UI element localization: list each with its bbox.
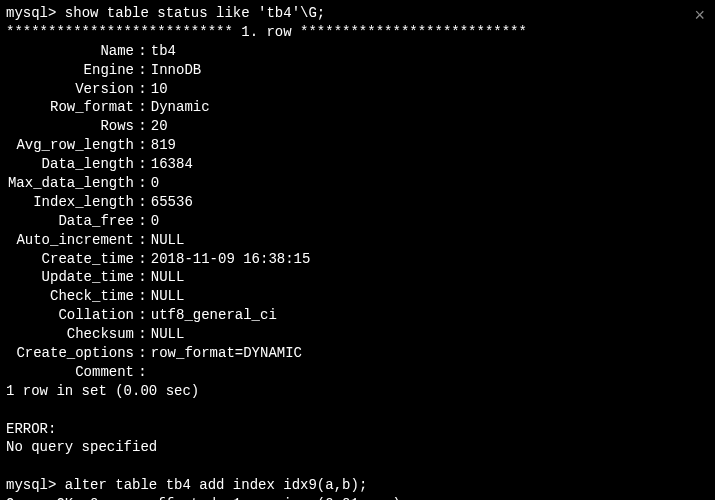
field-value: NULL [151,287,185,306]
field-key: Row_format [6,98,134,117]
field-value: utf8_general_ci [151,306,277,325]
field-row: Version:10 [6,80,709,99]
field-value: NULL [151,268,185,287]
field-row: Checksum:NULL [6,325,709,344]
field-row: Collation:utf8_general_ci [6,306,709,325]
field-value: tb4 [151,42,176,61]
prompt-text: mysql> [6,5,56,21]
field-separator: : [134,193,151,212]
field-value: NULL [151,231,185,250]
field-row: Name:tb4 [6,42,709,61]
field-key: Update_time [6,268,134,287]
blank-line [6,457,709,476]
field-separator: : [134,268,151,287]
error-message: No query specified [6,438,709,457]
error-label: ERROR: [6,420,709,439]
field-separator: : [134,212,151,231]
field-key: Name [6,42,134,61]
field-value: 2018-11-09 16:38:15 [151,250,311,269]
field-separator: : [134,42,151,61]
field-key: Rows [6,117,134,136]
field-row: Auto_increment:NULL [6,231,709,250]
field-row: Data_free:0 [6,212,709,231]
command-text: show table status like 'tb4'\G; [65,5,325,21]
table-status-fields: Name:tb4Engine:InnoDBVersion:10Row_forma… [6,42,709,382]
summary-line-1: 1 row in set (0.00 sec) [6,382,709,401]
field-value: 819 [151,136,176,155]
field-separator: : [134,344,151,363]
result-line-2a: Query OK, 0 rows affected, 1 warning (0.… [6,495,709,500]
field-value: row_format=DYNAMIC [151,344,302,363]
field-value: InnoDB [151,61,201,80]
field-row: Avg_row_length:819 [6,136,709,155]
field-separator: : [134,80,151,99]
field-key: Data_free [6,212,134,231]
field-separator: : [134,174,151,193]
field-key: Index_length [6,193,134,212]
field-row: Row_format:Dynamic [6,98,709,117]
field-key: Avg_row_length [6,136,134,155]
field-row: Max_data_length:0 [6,174,709,193]
field-value: 20 [151,117,168,136]
field-row: Check_time:NULL [6,287,709,306]
field-separator: : [134,98,151,117]
field-key: Collation [6,306,134,325]
field-row: Rows:20 [6,117,709,136]
field-key: Max_data_length [6,174,134,193]
field-key: Data_length [6,155,134,174]
field-value: 0 [151,212,159,231]
field-key: Create_options [6,344,134,363]
field-key: Engine [6,61,134,80]
field-key: Create_time [6,250,134,269]
banner-right: *************************** [300,24,527,40]
field-value: NULL [151,325,185,344]
field-key: Comment [6,363,134,382]
field-key: Check_time [6,287,134,306]
blank-line [6,401,709,420]
field-separator: : [134,136,151,155]
command-line-2: mysql> alter table tb4 add index idx9(a,… [6,476,709,495]
command-text: alter table tb4 add index idx9(a,b); [65,477,367,493]
field-value: 10 [151,80,168,99]
field-row: Index_length:65536 [6,193,709,212]
field-separator: : [134,306,151,325]
command-line-1: mysql> show table status like 'tb4'\G; [6,4,709,23]
field-separator: : [134,287,151,306]
field-row: Create_time:2018-11-09 16:38:15 [6,250,709,269]
field-separator: : [134,231,151,250]
field-separator: : [134,250,151,269]
field-row: Update_time:NULL [6,268,709,287]
field-value: 0 [151,174,159,193]
field-key: Version [6,80,134,99]
prompt-text: mysql> [6,477,56,493]
field-value: 16384 [151,155,193,174]
field-separator: : [134,61,151,80]
field-key: Auto_increment [6,231,134,250]
close-icon[interactable]: × [694,6,705,24]
field-separator: : [134,155,151,174]
banner-mid: 1. row [233,24,300,40]
field-row: Comment: [6,363,709,382]
field-value: Dynamic [151,98,210,117]
field-row: Data_length:16384 [6,155,709,174]
banner-left: *************************** [6,24,233,40]
field-row: Create_options:row_format=DYNAMIC [6,344,709,363]
field-separator: : [134,325,151,344]
row-banner: *************************** 1. row *****… [6,23,709,42]
field-value: 65536 [151,193,193,212]
field-row: Engine:InnoDB [6,61,709,80]
field-separator: : [134,363,151,382]
field-separator: : [134,117,151,136]
field-key: Checksum [6,325,134,344]
